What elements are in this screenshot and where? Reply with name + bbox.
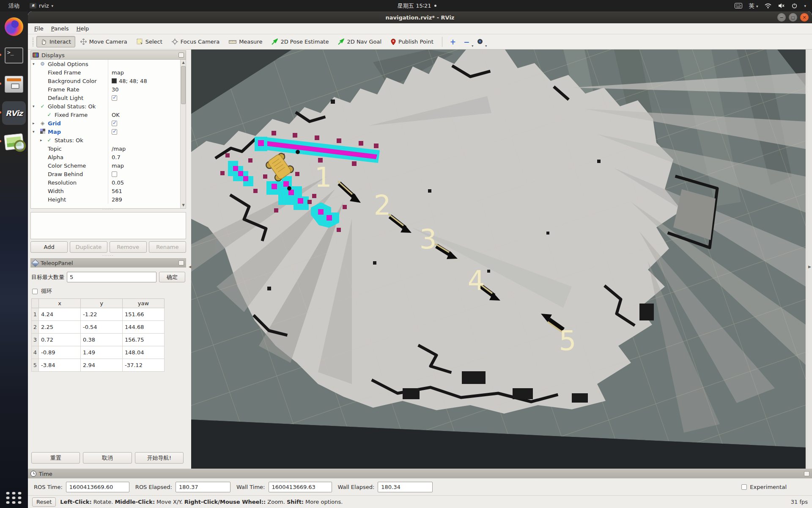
property-row[interactable]: Frame Rate30 xyxy=(31,85,186,94)
property-row[interactable]: Height289 xyxy=(31,195,186,204)
cell[interactable]: -37.12 xyxy=(123,359,165,372)
confirm-button[interactable]: 确定 xyxy=(159,272,185,282)
property-row[interactable]: Color Schememap xyxy=(31,161,186,170)
minimize-button[interactable]: − xyxy=(777,13,786,22)
expander-icon[interactable]: ▾ xyxy=(33,62,38,66)
reset-goals-button[interactable]: 重置 xyxy=(31,452,80,464)
property-row[interactable]: ▾✓Global Status: Ok xyxy=(31,102,186,110)
activities-button[interactable]: 活动 xyxy=(6,1,22,11)
property-row[interactable]: Default Light xyxy=(31,94,186,102)
tool-move-camera[interactable]: Move Camera xyxy=(76,36,132,47)
cell[interactable]: 0.72 xyxy=(39,334,81,346)
tool-publish-point[interactable]: Publish Point xyxy=(387,36,438,48)
expander-icon[interactable]: ▾ xyxy=(33,130,38,134)
display-row-map[interactable]: ▾Map xyxy=(31,127,186,136)
cell[interactable]: 156.75 xyxy=(123,334,165,346)
dock-rviz[interactable]: RViz xyxy=(2,101,26,125)
cell[interactable]: -3.84 xyxy=(39,359,81,372)
clock-menu[interactable]: 星期五 15∶21 xyxy=(398,2,436,10)
cell[interactable]: 1.49 xyxy=(81,346,123,359)
grid-enabled-checkbox[interactable] xyxy=(112,121,117,126)
loop-checkbox[interactable] xyxy=(32,289,38,294)
dock-terminal[interactable]: >_ xyxy=(2,44,26,67)
wifi-icon[interactable] xyxy=(765,3,771,8)
expander-icon[interactable]: ▸ xyxy=(33,121,38,125)
window-titlebar[interactable]: navigation.rviz* - RViz − ◻ ✕ xyxy=(28,11,812,23)
property-value[interactable]: 561 xyxy=(108,187,180,195)
chevron-down-icon[interactable]: ▾ xyxy=(804,4,806,8)
duplicate-display-button[interactable]: Duplicate xyxy=(70,241,107,253)
panel-collapse-handle[interactable]: ▶ xyxy=(808,265,811,269)
property-value[interactable]: /map xyxy=(108,144,180,153)
tool-2d-pose-estimate[interactable]: 2D Pose Estimate xyxy=(267,36,333,47)
property-value[interactable]: map xyxy=(108,161,180,170)
tool-properties-button[interactable]: ▾ xyxy=(474,36,486,48)
views-panel-collapsed[interactable] xyxy=(807,50,812,469)
display-row-grid[interactable]: ▸◈Grid xyxy=(31,119,186,127)
tree-scrollbar[interactable]: ▲▼ xyxy=(180,60,186,208)
property-value[interactable]: 0.7 xyxy=(108,153,180,161)
maximize-button[interactable]: ◻ xyxy=(789,13,797,22)
panel-splitter[interactable]: ······ xyxy=(30,209,186,212)
property-row[interactable]: Width561 xyxy=(31,187,186,195)
property-row[interactable]: Background Color48; 48; 48 xyxy=(31,77,186,85)
ros-time-input[interactable]: 1600413669.60 xyxy=(66,482,129,492)
cell[interactable]: 144.68 xyxy=(123,321,165,334)
property-value[interactable]: 0.05 xyxy=(108,178,180,187)
property-value[interactable]: 30 xyxy=(108,85,180,94)
property-row[interactable]: ▸✓Status: Ok xyxy=(31,136,186,144)
teleop-panel-header[interactable]: TeleopPanel xyxy=(30,258,186,268)
col-y[interactable]: y xyxy=(81,299,123,308)
tool-2d-nav-goal[interactable]: 2D Nav Goal xyxy=(334,36,386,47)
reset-time-button[interactable]: Reset xyxy=(32,497,56,507)
cell[interactable]: 148.04 xyxy=(123,346,165,359)
cell[interactable]: 151.66 xyxy=(123,308,165,321)
tool-focus-camera[interactable]: Focus Camera xyxy=(167,36,224,47)
float-panel-button[interactable] xyxy=(178,52,184,58)
remove-tool-button[interactable]: −▾ xyxy=(460,36,473,48)
float-panel-button[interactable] xyxy=(804,471,809,476)
time-panel-header[interactable]: Time xyxy=(28,469,812,478)
add-display-button[interactable]: Add xyxy=(30,241,68,253)
experimental-checkbox[interactable] xyxy=(741,484,747,490)
tool-interact[interactable]: Interact xyxy=(36,36,75,47)
rename-display-button[interactable]: Rename xyxy=(149,241,186,253)
property-row[interactable]: Alpha0.7 xyxy=(31,153,186,161)
draw-behind-checkbox[interactable] xyxy=(112,171,117,177)
menu-panels[interactable]: Panels xyxy=(47,24,73,33)
tool-select[interactable]: Select xyxy=(132,36,167,47)
cell[interactable]: -0.89 xyxy=(39,346,81,359)
scroll-up-icon[interactable]: ▲ xyxy=(181,60,186,66)
cell[interactable]: -0.54 xyxy=(81,321,123,334)
keyboard-icon[interactable] xyxy=(735,3,742,8)
cell[interactable]: -1.22 xyxy=(81,308,123,321)
col-x[interactable]: x xyxy=(39,299,81,308)
property-row[interactable]: Draw Behind xyxy=(31,170,186,178)
property-row[interactable]: ▾⚙Global Options xyxy=(31,60,186,68)
property-value[interactable]: map xyxy=(108,68,180,77)
property-row[interactable]: Fixed Framemap xyxy=(31,68,186,77)
displays-panel-header[interactable]: Displays xyxy=(30,50,186,60)
add-tool-button[interactable]: + xyxy=(447,36,459,48)
start-nav-button[interactable]: 开始导航! xyxy=(135,452,184,464)
remove-display-button[interactable]: Remove xyxy=(110,241,147,253)
property-row[interactable]: Resolution0.05 xyxy=(31,178,186,187)
power-icon[interactable] xyxy=(792,3,797,8)
menu-file[interactable]: File xyxy=(30,24,47,33)
panel-splitter[interactable]: ······ xyxy=(30,255,186,258)
show-applications-button[interactable] xyxy=(6,492,22,504)
cell[interactable]: 4.24 xyxy=(39,308,81,321)
wall-elapsed-input[interactable]: 180.34 xyxy=(378,482,433,492)
ros-elapsed-input[interactable]: 180.37 xyxy=(176,482,230,492)
property-value[interactable]: 48; 48; 48 xyxy=(108,77,180,85)
property-value[interactable]: 289 xyxy=(108,195,180,204)
cancel-nav-button[interactable]: 取消 xyxy=(83,452,132,464)
scrollbar-thumb[interactable] xyxy=(181,66,186,104)
float-panel-button[interactable] xyxy=(178,260,184,265)
expander-icon[interactable]: ▸ xyxy=(40,138,45,142)
app-menu[interactable]: R rviz ▾ xyxy=(30,3,53,9)
volume-muted-icon[interactable] xyxy=(778,3,785,8)
property-row[interactable]: ✓Fixed FrameOK xyxy=(31,110,186,119)
cell[interactable]: 0.38 xyxy=(81,334,123,346)
close-button[interactable]: ✕ xyxy=(800,13,809,22)
